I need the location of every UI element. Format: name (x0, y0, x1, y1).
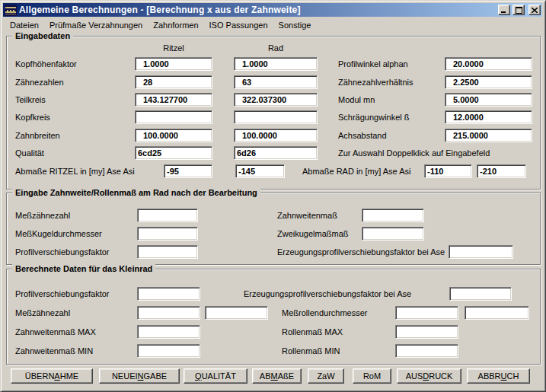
kopfkreis-rad-field[interactable] (234, 110, 318, 124)
rom-button[interactable]: RoM (353, 368, 391, 384)
messkugeldurchmesser-field[interactable] (137, 227, 198, 241)
zahnbreiten-label: Zahnbreiten (15, 131, 60, 141)
zaw-button[interactable]: ZaW (308, 368, 344, 384)
button-label-pre: NEUEI (112, 371, 138, 381)
rollenmass-min-field[interactable] (395, 344, 458, 358)
teilkreis-ritzel-field[interactable] (135, 93, 212, 107)
abmasse-button[interactable]: ABMAßE (252, 368, 302, 384)
kleinrad-profilverschiebungsfaktor-label: Profilverschiebungsfaktor (15, 289, 110, 299)
button-label-post: AßE (278, 371, 294, 381)
schraegungswinkel-field[interactable] (445, 110, 532, 124)
zaehnezahlen-label: Zähnezahlen (15, 78, 64, 88)
kleinrad-group-title: Berechnete Daten für das Kleinrad (12, 264, 155, 274)
rollenmass-max-field[interactable] (395, 325, 458, 339)
maximize-icon (516, 7, 522, 14)
uebernahme-button[interactable]: ÜBERNAHME (11, 368, 93, 384)
zahnweitenmass-field[interactable] (362, 209, 424, 222)
zaehnezahlen-rad-field[interactable] (234, 75, 318, 89)
button-label-post: HME (60, 371, 78, 381)
button-label-pre: RoM (363, 371, 381, 381)
rollenmass-max-label: Rollenmaß MAX (282, 327, 343, 337)
abmasse-ritzel-ase-field[interactable] (164, 164, 212, 178)
erzeugungsfaktor-field[interactable] (449, 245, 513, 259)
profilverschiebungsfaktor-field[interactable] (137, 245, 198, 259)
erzeugungsfaktor-label: Erzeugungsprofilverschiebungsfaktor bei … (277, 247, 445, 257)
column-header-rad: Rad (234, 43, 318, 53)
messzaehnezahl-field[interactable] (137, 209, 198, 222)
zaehnezahlverhaeltnis-field[interactable] (445, 75, 532, 89)
zahnweite-group: Eingabe Zahnweite/Rollenmaß am Rad nach … (6, 193, 541, 265)
window-title: Allgemeine Berechnungen - [Berechnung x … (19, 5, 301, 15)
button-label-key: Q (195, 371, 202, 381)
minimize-button[interactable] (498, 5, 510, 15)
button-label-key: D (423, 371, 429, 381)
button-label-post: GABE (144, 371, 168, 381)
kopfhoehenfaktor-ritzel-field[interactable] (135, 57, 212, 71)
eingabedaten-group-title: Eingabedaten (12, 31, 73, 41)
minimize-icon (501, 7, 507, 13)
qualitaet-ritzel-field[interactable] (135, 146, 212, 160)
app-window: Allgemeine Berechnungen - [Berechnung x … (0, 0, 546, 392)
profilwinkel-field[interactable] (445, 57, 532, 71)
messrollendurchmesser-field-1[interactable] (395, 306, 458, 320)
kopfhoehenfaktor-label: Kopfhöhenfaktor (15, 59, 77, 69)
modul-label: Modul mn (338, 95, 375, 105)
messrollendurchmesser-label: Meßrollendurchmesser (282, 308, 367, 318)
ausdruck-button[interactable]: AUSDRUCK (397, 368, 461, 384)
messrollendurchmesser-field-2[interactable] (465, 306, 529, 320)
zahnweitenmass-max-field[interactable] (137, 325, 200, 339)
zahnbreiten-rad-field[interactable] (234, 129, 318, 142)
button-label-pre: AB (260, 371, 271, 381)
maximize-button[interactable] (512, 5, 525, 15)
zahnweite-group-title: Eingabe Zahnweite/Rollenmaß am Rad nach … (12, 188, 260, 198)
modul-field[interactable] (445, 93, 532, 107)
zweikugelmass-field[interactable] (362, 227, 424, 241)
kleinrad-profilverschiebungsfaktor-field[interactable] (137, 287, 200, 301)
kopfhoehenfaktor-rad-field[interactable] (234, 57, 318, 71)
kleinrad-erzeugungsfaktor-field[interactable] (449, 287, 512, 301)
qualitaet-label: Qualität (15, 148, 44, 158)
button-label-key: N (138, 371, 144, 381)
menu-pruefmasse-verzahnungen[interactable]: Prüfmaße Verzahnungen (44, 18, 148, 32)
zahnweitenmass-max-label: Zahnweitenmaß MAX (15, 327, 96, 337)
titlebar[interactable]: Allgemeine Berechnungen - [Berechnung x … (3, 3, 542, 17)
zahnweitenmass-min-field[interactable] (137, 344, 200, 358)
teilkreis-rad-field[interactable] (234, 93, 318, 107)
abmasse-ritzel-label: Abmaße RITZEL in [my] Ase Asi (15, 167, 135, 177)
qualitaet-button[interactable]: QUALITÄT (184, 368, 247, 384)
button-label-post: CH (507, 371, 519, 381)
abmasse-rad-ase-field[interactable] (424, 164, 472, 178)
zaehnezahlen-ritzel-field[interactable] (135, 75, 212, 89)
achsabstand-label: Achsabstand (338, 131, 387, 141)
neueingabe-button[interactable]: NEUEINGABE (99, 368, 180, 384)
menu-zahnformen[interactable]: Zahnformen (148, 18, 203, 32)
kleinrad-messzaehnezahl-field-2[interactable] (205, 306, 268, 320)
doppelklick-hint: Zur Auswahl Doppelklick auf Eingabefeld (338, 148, 490, 158)
zahnbreiten-ritzel-field[interactable] (135, 129, 212, 142)
zaehnezahlverhaeltnis-label: Zähnezahlverhältnis (338, 78, 413, 88)
kleinrad-messzaehnezahl-field-1[interactable] (137, 306, 200, 320)
zahnweitenmass-label: Zahnweitenmaß (277, 211, 337, 221)
kleinrad-erzeugungsfaktor-label: Erzeugungsprofilverschiebungsfaktor bei … (244, 289, 411, 299)
abbruch-button[interactable]: ABBRUCH (467, 368, 530, 384)
qualitaet-rad-field[interactable] (234, 146, 318, 160)
kopfkreis-label: Kopfkreis (15, 113, 50, 123)
menu-sonstige[interactable]: Sonstige (273, 18, 317, 32)
profilwinkel-label: Profilwinkel alphan (338, 59, 408, 69)
achsabstand-field[interactable] (445, 129, 532, 142)
menubar: Dateien Prüfmaße Verzahnungen Zahnformen… (4, 18, 542, 33)
zahnweitenmass-min-label: Zahnweitenmaß MIN (15, 346, 93, 356)
schraegungswinkel-label: Schrägungwinkel ß (338, 113, 410, 123)
close-icon (532, 8, 538, 13)
button-label-pre: ABBR (478, 371, 501, 381)
button-label-key: M (271, 371, 278, 381)
abmasse-rad-asi-field[interactable] (477, 164, 526, 178)
close-button[interactable] (528, 5, 541, 15)
kopfkreis-ritzel-field[interactable] (135, 110, 212, 124)
menu-iso-passungen[interactable]: ISO Passungen (204, 18, 273, 32)
abmasse-ritzel-asi-field[interactable] (235, 164, 285, 178)
gear-icon[interactable] (5, 5, 17, 16)
button-label-pre: ZaW (317, 371, 334, 381)
button-label-key: U (501, 371, 507, 381)
menu-dateien[interactable]: Dateien (5, 18, 44, 32)
